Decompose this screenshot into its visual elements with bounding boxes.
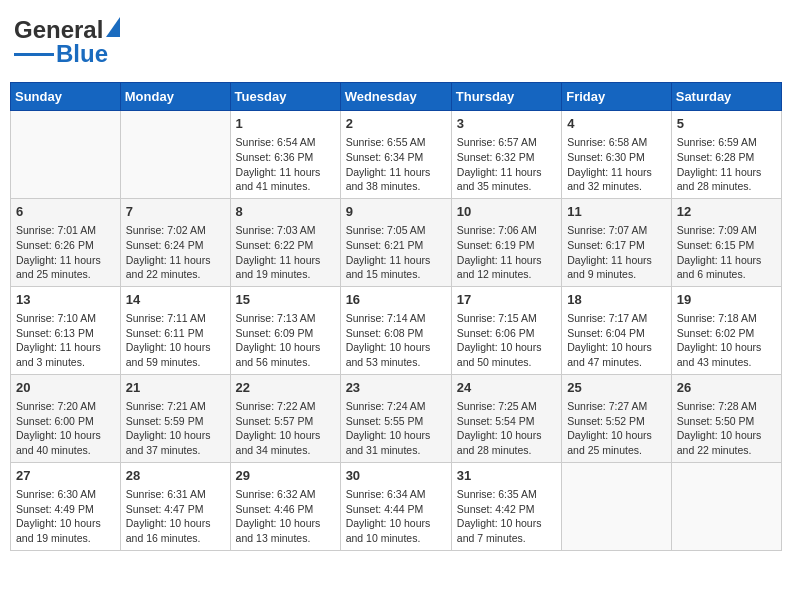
- calendar-header-row: SundayMondayTuesdayWednesdayThursdayFrid…: [11, 83, 782, 111]
- day-info: Sunrise: 7:21 AM Sunset: 5:59 PM Dayligh…: [126, 399, 225, 458]
- calendar-cell: 8Sunrise: 7:03 AM Sunset: 6:22 PM Daylig…: [230, 198, 340, 286]
- calendar-cell: 1Sunrise: 6:54 AM Sunset: 6:36 PM Daylig…: [230, 111, 340, 199]
- day-info: Sunrise: 6:59 AM Sunset: 6:28 PM Dayligh…: [677, 135, 776, 194]
- day-info: Sunrise: 7:10 AM Sunset: 6:13 PM Dayligh…: [16, 311, 115, 370]
- calendar-cell: 5Sunrise: 6:59 AM Sunset: 6:28 PM Daylig…: [671, 111, 781, 199]
- day-number: 29: [236, 467, 335, 485]
- day-info: Sunrise: 6:57 AM Sunset: 6:32 PM Dayligh…: [457, 135, 556, 194]
- day-number: 1: [236, 115, 335, 133]
- calendar-cell: 19Sunrise: 7:18 AM Sunset: 6:02 PM Dayli…: [671, 286, 781, 374]
- page-header: General Blue: [10, 10, 782, 74]
- day-number: 9: [346, 203, 446, 221]
- day-info: Sunrise: 7:11 AM Sunset: 6:11 PM Dayligh…: [126, 311, 225, 370]
- day-number: 31: [457, 467, 556, 485]
- calendar-cell: 18Sunrise: 7:17 AM Sunset: 6:04 PM Dayli…: [562, 286, 672, 374]
- day-header-friday: Friday: [562, 83, 672, 111]
- calendar-cell: 22Sunrise: 7:22 AM Sunset: 5:57 PM Dayli…: [230, 374, 340, 462]
- day-number: 11: [567, 203, 666, 221]
- logo-blue: Blue: [56, 40, 108, 68]
- day-number: 7: [126, 203, 225, 221]
- day-number: 26: [677, 379, 776, 397]
- calendar-cell: 29Sunrise: 6:32 AM Sunset: 4:46 PM Dayli…: [230, 462, 340, 550]
- calendar-cell: [11, 111, 121, 199]
- day-info: Sunrise: 7:07 AM Sunset: 6:17 PM Dayligh…: [567, 223, 666, 282]
- calendar-cell: 11Sunrise: 7:07 AM Sunset: 6:17 PM Dayli…: [562, 198, 672, 286]
- day-info: Sunrise: 7:05 AM Sunset: 6:21 PM Dayligh…: [346, 223, 446, 282]
- day-number: 5: [677, 115, 776, 133]
- calendar-cell: 28Sunrise: 6:31 AM Sunset: 4:47 PM Dayli…: [120, 462, 230, 550]
- day-info: Sunrise: 7:22 AM Sunset: 5:57 PM Dayligh…: [236, 399, 335, 458]
- day-number: 30: [346, 467, 446, 485]
- calendar-cell: 10Sunrise: 7:06 AM Sunset: 6:19 PM Dayli…: [451, 198, 561, 286]
- calendar-cell: 25Sunrise: 7:27 AM Sunset: 5:52 PM Dayli…: [562, 374, 672, 462]
- day-number: 27: [16, 467, 115, 485]
- day-info: Sunrise: 6:58 AM Sunset: 6:30 PM Dayligh…: [567, 135, 666, 194]
- day-number: 14: [126, 291, 225, 309]
- calendar-week-row: 1Sunrise: 6:54 AM Sunset: 6:36 PM Daylig…: [11, 111, 782, 199]
- day-header-tuesday: Tuesday: [230, 83, 340, 111]
- calendar-cell: 21Sunrise: 7:21 AM Sunset: 5:59 PM Dayli…: [120, 374, 230, 462]
- calendar-cell: 14Sunrise: 7:11 AM Sunset: 6:11 PM Dayli…: [120, 286, 230, 374]
- calendar-cell: 9Sunrise: 7:05 AM Sunset: 6:21 PM Daylig…: [340, 198, 451, 286]
- calendar-cell: 23Sunrise: 7:24 AM Sunset: 5:55 PM Dayli…: [340, 374, 451, 462]
- calendar-week-row: 20Sunrise: 7:20 AM Sunset: 6:00 PM Dayli…: [11, 374, 782, 462]
- day-number: 24: [457, 379, 556, 397]
- day-number: 18: [567, 291, 666, 309]
- day-info: Sunrise: 6:54 AM Sunset: 6:36 PM Dayligh…: [236, 135, 335, 194]
- day-number: 8: [236, 203, 335, 221]
- day-number: 12: [677, 203, 776, 221]
- day-number: 17: [457, 291, 556, 309]
- calendar-cell: 12Sunrise: 7:09 AM Sunset: 6:15 PM Dayli…: [671, 198, 781, 286]
- day-number: 25: [567, 379, 666, 397]
- day-info: Sunrise: 6:34 AM Sunset: 4:44 PM Dayligh…: [346, 487, 446, 546]
- calendar-cell: [120, 111, 230, 199]
- day-info: Sunrise: 7:25 AM Sunset: 5:54 PM Dayligh…: [457, 399, 556, 458]
- day-header-wednesday: Wednesday: [340, 83, 451, 111]
- calendar-cell: 26Sunrise: 7:28 AM Sunset: 5:50 PM Dayli…: [671, 374, 781, 462]
- day-info: Sunrise: 6:35 AM Sunset: 4:42 PM Dayligh…: [457, 487, 556, 546]
- day-info: Sunrise: 7:28 AM Sunset: 5:50 PM Dayligh…: [677, 399, 776, 458]
- calendar-week-row: 27Sunrise: 6:30 AM Sunset: 4:49 PM Dayli…: [11, 462, 782, 550]
- day-info: Sunrise: 7:06 AM Sunset: 6:19 PM Dayligh…: [457, 223, 556, 282]
- day-number: 23: [346, 379, 446, 397]
- day-number: 16: [346, 291, 446, 309]
- day-info: Sunrise: 6:32 AM Sunset: 4:46 PM Dayligh…: [236, 487, 335, 546]
- day-info: Sunrise: 7:13 AM Sunset: 6:09 PM Dayligh…: [236, 311, 335, 370]
- day-header-monday: Monday: [120, 83, 230, 111]
- calendar-cell: 6Sunrise: 7:01 AM Sunset: 6:26 PM Daylig…: [11, 198, 121, 286]
- day-number: 6: [16, 203, 115, 221]
- calendar-cell: 30Sunrise: 6:34 AM Sunset: 4:44 PM Dayli…: [340, 462, 451, 550]
- day-number: 13: [16, 291, 115, 309]
- day-header-saturday: Saturday: [671, 83, 781, 111]
- calendar-cell: 24Sunrise: 7:25 AM Sunset: 5:54 PM Dayli…: [451, 374, 561, 462]
- day-info: Sunrise: 7:01 AM Sunset: 6:26 PM Dayligh…: [16, 223, 115, 282]
- day-info: Sunrise: 7:03 AM Sunset: 6:22 PM Dayligh…: [236, 223, 335, 282]
- day-number: 2: [346, 115, 446, 133]
- day-info: Sunrise: 7:15 AM Sunset: 6:06 PM Dayligh…: [457, 311, 556, 370]
- day-info: Sunrise: 6:55 AM Sunset: 6:34 PM Dayligh…: [346, 135, 446, 194]
- day-number: 3: [457, 115, 556, 133]
- day-info: Sunrise: 7:18 AM Sunset: 6:02 PM Dayligh…: [677, 311, 776, 370]
- calendar-cell: 3Sunrise: 6:57 AM Sunset: 6:32 PM Daylig…: [451, 111, 561, 199]
- calendar-cell: 27Sunrise: 6:30 AM Sunset: 4:49 PM Dayli…: [11, 462, 121, 550]
- day-number: 22: [236, 379, 335, 397]
- calendar-cell: [562, 462, 672, 550]
- logo: General Blue: [14, 16, 120, 68]
- calendar-cell: 17Sunrise: 7:15 AM Sunset: 6:06 PM Dayli…: [451, 286, 561, 374]
- day-number: 10: [457, 203, 556, 221]
- calendar-cell: 16Sunrise: 7:14 AM Sunset: 6:08 PM Dayli…: [340, 286, 451, 374]
- calendar-cell: 31Sunrise: 6:35 AM Sunset: 4:42 PM Dayli…: [451, 462, 561, 550]
- calendar-cell: 15Sunrise: 7:13 AM Sunset: 6:09 PM Dayli…: [230, 286, 340, 374]
- calendar-cell: 13Sunrise: 7:10 AM Sunset: 6:13 PM Dayli…: [11, 286, 121, 374]
- day-number: 28: [126, 467, 225, 485]
- day-info: Sunrise: 7:27 AM Sunset: 5:52 PM Dayligh…: [567, 399, 666, 458]
- calendar-table: SundayMondayTuesdayWednesdayThursdayFrid…: [10, 82, 782, 551]
- calendar-cell: 4Sunrise: 6:58 AM Sunset: 6:30 PM Daylig…: [562, 111, 672, 199]
- day-info: Sunrise: 7:20 AM Sunset: 6:00 PM Dayligh…: [16, 399, 115, 458]
- day-number: 15: [236, 291, 335, 309]
- day-info: Sunrise: 7:24 AM Sunset: 5:55 PM Dayligh…: [346, 399, 446, 458]
- calendar-cell: 2Sunrise: 6:55 AM Sunset: 6:34 PM Daylig…: [340, 111, 451, 199]
- day-number: 21: [126, 379, 225, 397]
- calendar-cell: [671, 462, 781, 550]
- calendar-week-row: 13Sunrise: 7:10 AM Sunset: 6:13 PM Dayli…: [11, 286, 782, 374]
